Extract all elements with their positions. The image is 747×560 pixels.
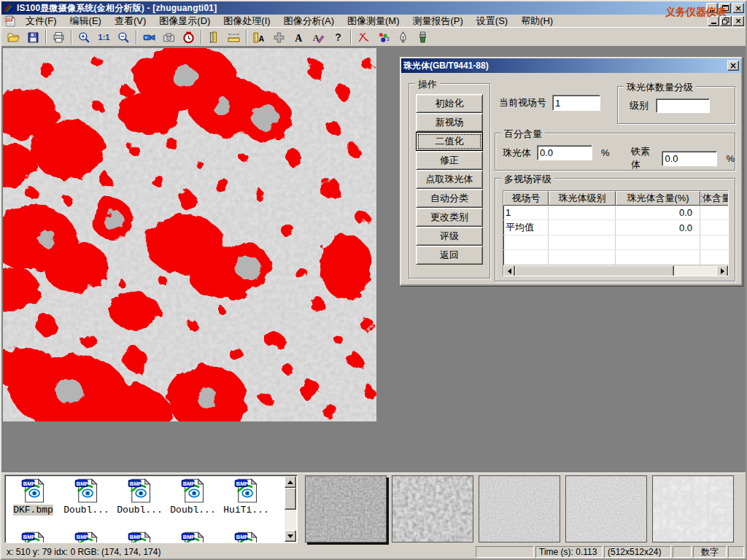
scrollbar-thumb[interactable] (515, 265, 674, 276)
file-item[interactable]: BMP Doubl... (113, 478, 166, 516)
cell-grade (549, 236, 616, 249)
annotate-icon: A (312, 31, 325, 44)
percent-group: 百分含量 珠光体 % 铁素体 % (495, 133, 735, 171)
thumbnail-3[interactable] (479, 475, 560, 542)
menu-item-image-analysis[interactable]: 图像分析(A) (277, 14, 341, 28)
ferrite-percent-input[interactable] (662, 151, 717, 166)
initialize-button[interactable]: 初始化 (416, 94, 483, 113)
dialog-close-button[interactable]: × (727, 61, 739, 71)
save-icon (27, 31, 39, 44)
menu-item-image-measure[interactable]: 图像测量(M) (341, 14, 406, 28)
table-header-row: 视场号 珠光体级别 珠光体含量(%) 铁素体含量(%) (503, 191, 728, 206)
current-field-input[interactable] (552, 95, 600, 111)
auto-classify-button[interactable]: 自动分类 (416, 189, 483, 208)
scrollbar-thumb[interactable] (285, 488, 296, 510)
menu-item-image-processing[interactable]: 图像处理(I) (217, 14, 276, 28)
file-item[interactable]: BMP (220, 531, 273, 543)
binarize-button[interactable]: 二值化 (416, 132, 483, 151)
grade-button[interactable]: 评级 (416, 227, 483, 246)
save-button[interactable] (23, 29, 43, 45)
file-list-scrollbar[interactable] (285, 476, 296, 542)
metallograph-image[interactable] (3, 48, 376, 421)
scroll-right-button[interactable] (716, 265, 728, 276)
thumbnail-5[interactable] (652, 475, 734, 542)
return-button[interactable]: 返回 (416, 246, 483, 265)
color-classify-button[interactable]: 3 (374, 29, 393, 45)
menu-item-settings[interactable]: 设置(S) (470, 14, 514, 28)
file-item[interactable]: BMP HuiTi... (220, 478, 273, 516)
table-row[interactable] (503, 250, 728, 265)
ruler-icon (228, 31, 240, 44)
open-button[interactable] (4, 29, 23, 45)
mdi-restore-button[interactable] (720, 16, 732, 26)
thumbnail-2[interactable] (392, 475, 473, 542)
cell-ferrite (700, 250, 728, 265)
menu-item-image-display[interactable]: 图像显示(D) (152, 14, 217, 28)
scroll-up-button[interactable] (285, 476, 296, 488)
svg-text:BMP: BMP (76, 534, 88, 540)
menu-item-edit[interactable]: 编辑(E) (63, 14, 108, 28)
dialog-close-icon: × (729, 61, 737, 70)
zoom-out-button[interactable] (114, 29, 133, 45)
print-button[interactable] (49, 29, 69, 45)
level-input[interactable] (656, 98, 710, 113)
file-item[interactable]: BMP (7, 531, 60, 543)
pearlite-percent-input[interactable] (537, 145, 592, 160)
mdi-close-button[interactable]: × (732, 16, 744, 26)
file-item[interactable]: BMP DKF.bmp (7, 478, 60, 516)
minimize-button[interactable] (706, 3, 718, 13)
snapshot-button[interactable] (159, 29, 179, 45)
table-row[interactable]: 平均值 0.0 (503, 220, 728, 236)
menu-item-help[interactable]: 帮助(H) (514, 14, 560, 28)
correct-button[interactable]: 修正 (416, 151, 483, 170)
file-name[interactable]: HuiTi... (223, 505, 268, 516)
help-button[interactable]: ? (328, 29, 348, 45)
file-item[interactable]: BMP Doubl... (60, 478, 113, 516)
file-name[interactable]: Doubl... (170, 505, 215, 516)
scroll-up-icon (287, 481, 293, 484)
thumbnail-4[interactable] (565, 475, 647, 542)
ruler-button[interactable] (224, 29, 244, 45)
thumbnail-1[interactable] (305, 475, 387, 542)
mdi-minimize-button[interactable] (708, 16, 719, 26)
zoom-in-button[interactable] (74, 29, 94, 45)
text-button[interactable]: A (289, 29, 309, 45)
scroll-left-button[interactable] (503, 265, 515, 276)
operations-group: 操作 初始化 新视场 二值化 修正 点取珠光体 自动分类 更改类别 评级 返回 (409, 83, 490, 279)
file-item[interactable]: BMP (113, 531, 166, 543)
annotate-button[interactable]: A (309, 29, 328, 45)
change-class-button[interactable]: 更改类别 (416, 208, 483, 227)
curve-tool-button[interactable] (354, 29, 374, 45)
help-icon: ? (335, 31, 341, 43)
new-field-button[interactable]: 新视场 (416, 113, 483, 132)
menu-item-view[interactable]: 查看(V) (108, 14, 152, 28)
col-pearlite-grade: 珠光体级别 (549, 191, 616, 206)
table-horizontal-scrollbar[interactable] (503, 265, 728, 276)
maximize-button[interactable] (719, 3, 731, 13)
table-row[interactable]: 1 0.0 (503, 206, 728, 220)
actual-size-icon: 1:1 (98, 33, 110, 42)
status-panel-empty (673, 546, 692, 558)
document-icon[interactable]: DOC (4, 15, 16, 27)
measure-text-button[interactable]: A (249, 29, 269, 45)
file-item[interactable]: BMP (166, 531, 220, 543)
file-name[interactable]: Doubl... (63, 505, 109, 516)
menu-item-file[interactable]: 文件(F) (19, 14, 63, 28)
actual-size-button[interactable]: 1:1 (94, 29, 114, 45)
caliper-button[interactable] (204, 29, 224, 45)
table-row[interactable] (503, 236, 728, 250)
close-button[interactable]: × (732, 3, 744, 13)
pen-tool-button[interactable] (393, 29, 413, 45)
video-capture-button[interactable] (139, 29, 159, 45)
scroll-down-button[interactable] (285, 530, 296, 542)
print-icon (53, 31, 65, 44)
file-item[interactable]: BMP Doubl... (166, 478, 220, 516)
timer-button[interactable] (179, 29, 198, 45)
pick-pearlite-button[interactable]: 点取珠光体 (416, 170, 483, 189)
brush-tool-button[interactable] (413, 29, 433, 45)
file-name[interactable]: DKF.bmp (13, 505, 53, 516)
file-name[interactable]: Doubl... (117, 505, 162, 516)
move-button[interactable] (269, 29, 289, 45)
menu-item-measure-report[interactable]: 测量报告(P) (406, 14, 469, 28)
file-item[interactable]: BMP (60, 531, 113, 543)
